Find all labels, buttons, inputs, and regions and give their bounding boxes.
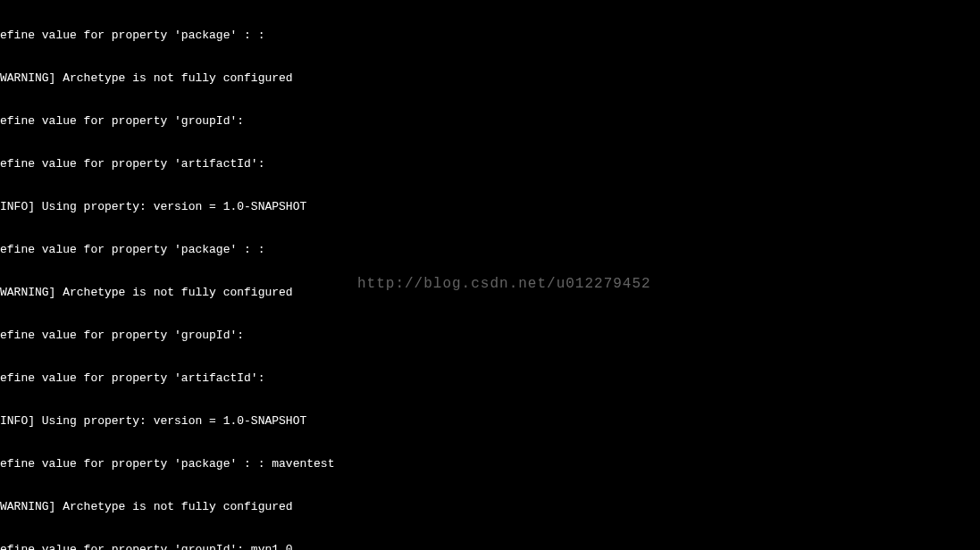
terminal-line: efine value for property 'groupId':	[0, 114, 980, 129]
terminal-line: INFO] Using property: version = 1.0-SNAP…	[0, 200, 980, 214]
terminal-line: efine value for property 'package' : : m…	[0, 457, 980, 471]
terminal-line: efine value for property 'package' : :	[0, 243, 980, 257]
terminal-line: WARNING] Archetype is not fully configur…	[0, 71, 980, 86]
terminal-line: efine value for property 'artifactId':	[0, 371, 980, 386]
terminal-line: efine value for property 'groupId':	[0, 329, 980, 343]
terminal-line: WARNING] Archetype is not fully configur…	[0, 500, 980, 514]
terminal-line: efine value for property 'artifactId':	[0, 157, 980, 171]
terminal-line: WARNING] Archetype is not fully configur…	[0, 286, 980, 300]
terminal-line: INFO] Using property: version = 1.0-SNAP…	[0, 414, 980, 429]
terminal-line: efine value for property 'package' : :	[0, 29, 980, 43]
terminal-output[interactable]: efine value for property 'package' : : W…	[0, 0, 980, 550]
terminal-line: efine value for property 'groupId': mvn1…	[0, 543, 980, 550]
